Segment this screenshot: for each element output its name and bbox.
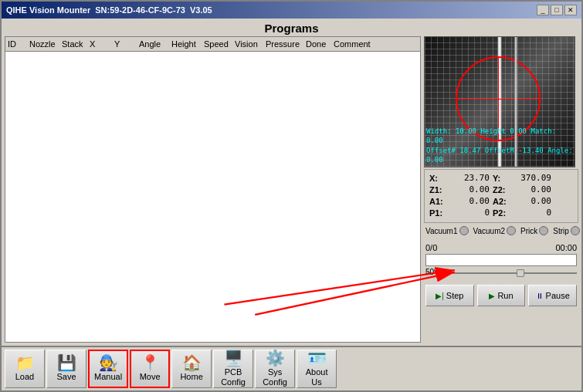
strip-label: Strip [553, 227, 569, 235]
right-panel: Width: 10.00 Height 0.00 Match: 0.00 Off… [424, 36, 578, 346]
prick-label: Prick [520, 227, 537, 235]
y-value: 370.09 [516, 173, 551, 183]
pause-icon: ⏸ [536, 292, 544, 300]
table-body [5, 52, 420, 342]
camera-background: Width: 10.00 Height 0.00 Match: 0.00 Off… [425, 37, 575, 167]
step-label: Step [446, 291, 464, 300]
slider-track [425, 272, 577, 274]
page-title: Programs [2, 19, 581, 36]
main-content: Programs ID Nozzle Stack X Y Angle Heigh… [2, 19, 581, 390]
load-label: Load [15, 372, 34, 382]
col-x: X [87, 39, 112, 49]
p2-value: 0 [516, 208, 551, 218]
progress-count: 0/0 [425, 243, 437, 252]
status-row: Vacuum1 Vacuum2 Prick Strip [424, 223, 578, 238]
save-icon: 💾 [57, 355, 76, 370]
col-speed: Speed [202, 39, 232, 49]
move-button[interactable]: 📍 Move [130, 350, 170, 388]
load-button[interactable]: 📁 Load [5, 350, 45, 388]
a2-value: 0.00 [516, 196, 551, 206]
close-button[interactable]: ✕ [564, 5, 577, 15]
run-button[interactable]: ▶ Run [477, 285, 526, 306]
serial-number: SN:59-2D-46-CF-9C-73 [95, 5, 185, 15]
main-window: QIHE Vision Mounter SN:59-2D-46-CF-9C-73… [0, 0, 583, 392]
pcb-config-button[interactable]: 🖥️ PCB Config [213, 350, 253, 388]
sys-config-button[interactable]: ⚙️ Sys Config [255, 350, 295, 388]
coord-row-a: A1: 0.00 A2: 0.00 [429, 196, 573, 206]
vacuum2-indicator: Vacuum2 [473, 226, 517, 235]
progress-pct: 50% [425, 268, 577, 279]
home-icon: 🏠 [182, 355, 202, 370]
z1-value: 0.00 [449, 184, 490, 194]
p1-value: 0 [449, 208, 490, 218]
vacuum2-led [507, 226, 516, 235]
about-button[interactable]: 🪪 About Us [297, 350, 337, 388]
coord-row-p: P1: 0 P2: 0 [429, 208, 573, 218]
slider-thumb[interactable] [517, 269, 524, 277]
sys-config-label: Sys Config [263, 367, 287, 387]
progress-bar-container [425, 254, 577, 266]
col-comment: Comment [331, 39, 420, 49]
minimize-button[interactable]: _ [537, 5, 549, 15]
progress-slider[interactable]: 50% [425, 268, 577, 279]
home-button[interactable]: 🏠 Home [171, 350, 212, 388]
run-label: Run [497, 291, 513, 300]
about-label: About Us [306, 367, 328, 387]
progress-top: 0/0 00:00 [425, 243, 577, 252]
toolbar: 📁 Load 💾 Save 🧑‍🔧 Manual 📍 Move 🏠 Home 🖥… [2, 346, 581, 390]
x-value: 23.70 [449, 173, 490, 183]
table-header: ID Nozzle Stack X Y Angle Height Speed V… [5, 37, 420, 52]
z1-label: Z1: [429, 185, 449, 194]
save-button[interactable]: 💾 Save [46, 350, 86, 388]
app-title: QIHE Vision Mounter [6, 5, 90, 15]
programs-table: ID Nozzle Stack X Y Angle Height Speed V… [5, 36, 421, 343]
pcb-config-label: PCB Config [221, 367, 246, 387]
run-icon: ▶ [489, 292, 495, 300]
load-icon: 📁 [15, 355, 35, 370]
move-label: Move [140, 372, 161, 382]
maximize-button[interactable]: □ [551, 5, 563, 15]
vacuum2-label: Vacuum2 [473, 227, 506, 235]
manual-label: Manual [94, 372, 122, 382]
pause-button[interactable]: ⏸ Pause [528, 285, 577, 306]
col-pressure: Pressure [263, 39, 303, 49]
pause-label: Pause [546, 291, 570, 300]
pcb-config-icon: 🖥️ [224, 350, 243, 366]
camera-line1: Width: 10.00 Height 0.00 Match: 0.00 [426, 127, 575, 146]
col-height: Height [169, 39, 202, 49]
window-controls: _ □ ✕ [537, 5, 577, 15]
prick-indicator: Prick [520, 226, 548, 235]
progress-area: 0/0 00:00 50% [424, 240, 578, 282]
camera-overlay-text: Width: 10.00 Height 0.00 Match: 0.00 Off… [426, 127, 575, 165]
prick-led [539, 226, 548, 235]
home-label: Home [180, 372, 202, 382]
move-icon: 📍 [141, 355, 160, 370]
manual-button[interactable]: 🧑‍🔧 Manual [88, 350, 128, 388]
col-vision: Vision [232, 39, 263, 49]
col-stack: Stack [59, 39, 87, 49]
col-y: Y [112, 39, 137, 49]
title-bar: QIHE Vision Mounter SN:59-2D-46-CF-9C-73… [2, 2, 581, 19]
vacuum1-label: Vacuum1 [425, 227, 458, 235]
strip-indicator: Strip [553, 226, 580, 235]
coord-row-xy: X: 23.70 Y: 370.09 [429, 173, 573, 183]
about-icon: 🪪 [307, 350, 327, 366]
p2-label: P2: [493, 208, 516, 218]
p1-label: P1: [429, 208, 449, 218]
action-buttons: ▶| Step ▶ Run ⏸ Pause [424, 282, 578, 309]
save-label: Save [56, 372, 76, 382]
progress-percent-label: 50% [425, 268, 441, 276]
camera-view: Width: 10.00 Height 0.00 Match: 0.00 Off… [424, 36, 575, 167]
a1-value: 0.00 [449, 196, 490, 206]
title-bar-text: QIHE Vision Mounter SN:59-2D-46-CF-9C-73… [6, 5, 212, 15]
strip-led [571, 226, 580, 235]
vacuum1-indicator: Vacuum1 [425, 226, 469, 235]
step-button[interactable]: ▶| Step [425, 285, 474, 306]
sys-config-icon: ⚙️ [266, 350, 285, 366]
coordinates-panel: X: 23.70 Y: 370.09 Z1: 0.00 Z2: 0.00 [424, 169, 578, 223]
content-area: ID Nozzle Stack X Y Angle Height Speed V… [2, 36, 581, 346]
col-done: Done [303, 39, 331, 49]
camera-line2: Offset# 18.47 OffsetM:-13.40 Angle: 0.00 [426, 146, 575, 165]
step-icon: ▶| [436, 292, 444, 300]
col-angle: Angle [137, 39, 169, 49]
